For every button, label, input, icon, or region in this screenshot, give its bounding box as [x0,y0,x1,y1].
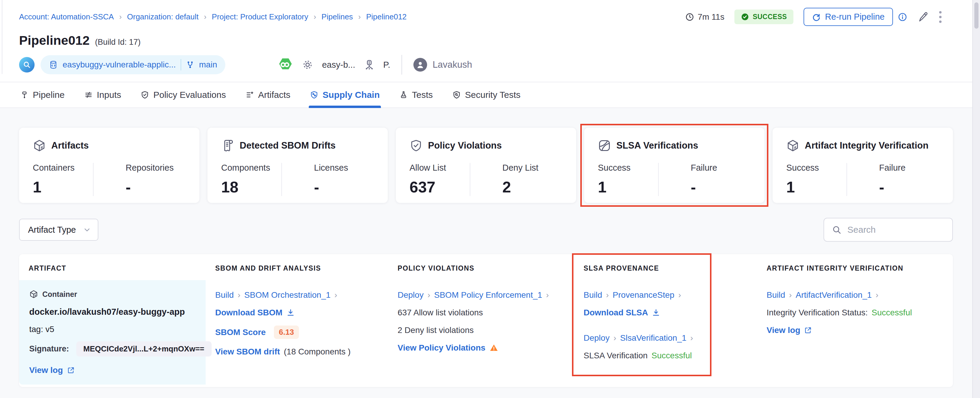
user-avatar [414,58,427,72]
card-title: Artifacts [51,140,89,151]
download-icon [286,308,295,317]
view-sbom-drift-link[interactable]: View SBOM drift [215,347,280,356]
step-link[interactable]: SlsaVerification_1 [620,333,687,343]
page-title: Pipeline012 [19,33,90,48]
artifact-type-label: Container [42,290,77,299]
artifact-cell: Container docker.io/lavakush07/easy-bugg… [19,280,206,385]
trigger-pipeline-name[interactable]: easy-b... [322,60,355,70]
integrity-status-label: Integrity Verification Status: [767,308,868,317]
breadcrumb-separator: › [204,13,206,21]
tab-bar: Pipeline Inputs Policy Evaluations Artif… [0,82,980,108]
tab-label: Pipeline [33,90,65,100]
stage-link[interactable]: Build [584,290,602,300]
summary-card-artifact-integrity: Artifact Integrity Verification Success … [773,128,953,203]
trigger-group: easy-b... P. [277,56,390,73]
summary-card-sbom-drifts: Detected SBOM Drifts Components 18 Licen… [207,128,388,203]
step-link[interactable]: ArtifactVerification_1 [796,290,872,300]
tab-artifacts[interactable]: Artifacts [244,82,291,107]
breadcrumb-separator: › [313,13,316,21]
chevron-separator: › [427,290,430,300]
metric-value: 2 [503,178,563,196]
user-group: Lavakush [414,58,472,72]
run-info-row: easybuggy-vulnerable-applic... main easy… [19,55,942,75]
scrollbar-thumb[interactable] [974,2,978,29]
metric-integrity-success: Success 1 [786,163,846,196]
view-log-link[interactable]: View log [767,326,800,335]
stage-link[interactable]: Deploy [584,333,609,343]
integrity-status-value: Successful [872,308,912,317]
repo-branch-pill[interactable]: easybuggy-vulnerable-applic... main [41,55,225,74]
pill-divider [181,59,181,70]
filter-row: Artifact Type [19,218,953,242]
tab-supply-chain[interactable]: Supply Chain [309,82,381,107]
breadcrumb-account[interactable]: Account: Automation-SSCA [19,12,114,21]
scrollbar[interactable] [972,0,980,398]
card-title: Artifact Integrity Verification [805,140,928,151]
shield-check-icon [141,91,149,99]
download-icon [652,308,660,317]
breadcrumb-organization[interactable]: Organization: default [127,12,199,21]
breadcrumb-pipelines[interactable]: Pipelines [321,12,353,21]
metric-slsa-success: Success 1 [598,163,658,196]
trigger-short-name[interactable]: P. [383,60,390,70]
edit-pencil-icon[interactable] [917,12,928,22]
view-policy-violations-link[interactable]: View Policy Violations [398,343,485,353]
breadcrumb-project[interactable]: Project: Product Exploratory [212,12,309,21]
kebab-menu-icon[interactable] [938,10,942,24]
shield-search-icon [452,91,461,99]
signature-value[interactable]: MEQCICde2Vjl...L+2+mqnOXw== [76,341,212,356]
chevron-separator: › [606,290,609,300]
metric-value: - [126,178,186,196]
tab-tests[interactable]: Tests [398,82,434,107]
step-link[interactable]: ProvenanceStep [613,290,675,300]
metric-label: Success [598,163,658,173]
metric-value: - [691,178,751,196]
stage-link[interactable]: Build [215,290,234,300]
metric-label: Failure [691,163,751,173]
rerun-label: Re-run Pipeline [825,12,885,22]
branch-name: main [199,60,217,70]
pipeline-icon [20,91,29,99]
column-header-slsa: SLSA PROVENANCE [574,264,757,272]
build-id: (Build Id: 17) [95,38,141,47]
metric-label: Success [786,163,846,173]
step-link[interactable]: SBOM Policy Enforcement_1 [434,290,542,300]
search-input[interactable] [847,224,945,235]
tab-policy-evaluations[interactable]: Policy Evaluations [140,82,227,107]
stage-link[interactable]: Deploy [398,290,423,300]
rerun-pipeline-button[interactable]: Re-run Pipeline [803,8,893,26]
summary-card-artifacts: Artifacts Containers 1 Repositories - [19,128,199,203]
metric-value: 1 [786,178,846,196]
metric-value: - [879,178,939,196]
tab-label: Inputs [97,90,121,100]
metric-deny-list: Deny List 2 [470,163,563,196]
integrity-cell: Build › ArtifactVerification_1 › Integri… [757,280,953,387]
card-title: Detected SBOM Drifts [240,140,336,151]
step-link[interactable]: SBOM Orchestration_1 [244,290,331,300]
column-header-policy: POLICY VIOLATIONS [388,264,574,272]
tab-security-tests[interactable]: Security Tests [451,82,522,107]
metric-value: 1 [598,178,658,196]
header: Account: Automation-SSCA › Organization:… [0,0,980,82]
view-log-link[interactable]: View log [29,366,63,375]
metric-label: Components [221,163,282,173]
drift-components-note: (18 Components ) [284,347,350,356]
chevron-separator: › [678,290,681,300]
column-header-integrity: ARTIFACT INTEGRITY VERIFICATION [757,264,953,272]
download-sbom-link[interactable]: Download SBOM [215,308,283,317]
metric-components: Components 18 [221,163,282,196]
artifact-type-dropdown[interactable]: Artifact Type [19,219,99,241]
sbom-document-icon [221,139,234,152]
breadcrumb-separator: › [119,13,122,21]
warning-triangle-icon [489,344,498,352]
tab-inputs[interactable]: Inputs [83,82,123,107]
sbom-cell: Build › SBOM Orchestration_1 › Download … [206,280,388,387]
info-icon[interactable] [898,12,907,22]
table-row: Container docker.io/lavakush07/easy-bugg… [19,280,953,387]
sbom-score-link[interactable]: SBOM Score [215,328,266,337]
tab-pipeline[interactable]: Pipeline [19,82,66,107]
breadcrumb-pipeline012[interactable]: Pipeline012 [366,12,407,21]
metric-label: Licenses [314,163,374,173]
stage-link[interactable]: Build [767,290,785,300]
download-slsa-link[interactable]: Download SLSA [584,308,648,317]
